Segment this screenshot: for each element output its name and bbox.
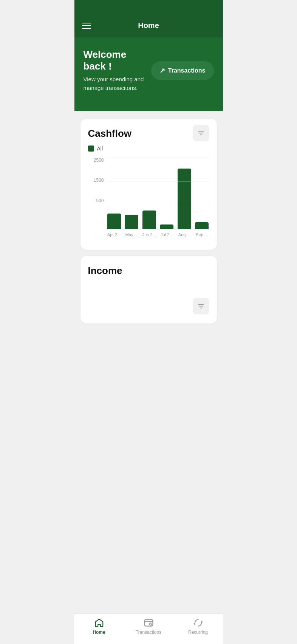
bar-sep bbox=[195, 222, 209, 229]
legend-dot bbox=[88, 146, 94, 152]
x-label-jul: Jul 2... bbox=[159, 232, 174, 241]
status-bar bbox=[74, 0, 223, 17]
bar-jun bbox=[142, 211, 157, 229]
welcome-subtitle: View your spending and manage transacito… bbox=[84, 75, 145, 92]
y-label-2500: 2500 bbox=[94, 158, 104, 163]
x-label-may: May ... bbox=[124, 232, 139, 241]
bar-apr bbox=[107, 214, 122, 229]
cashflow-filter-button[interactable] bbox=[193, 125, 209, 141]
x-label-sep: Sep ... bbox=[195, 232, 209, 241]
income-filter-button[interactable] bbox=[193, 298, 209, 314]
transactions-hero-button[interactable]: ↗ Transactions bbox=[151, 61, 214, 80]
header-title: Home bbox=[138, 21, 159, 30]
header: Home bbox=[74, 17, 223, 37]
x-label-apr: Apr 2... bbox=[107, 232, 122, 241]
hero-section: Welcome back ! View your spending and ma… bbox=[74, 37, 223, 111]
y-label-1500: 1500 bbox=[94, 178, 104, 183]
y-label-500: 500 bbox=[96, 198, 104, 203]
legend-label: All bbox=[97, 146, 103, 152]
cashflow-title: Cashflow bbox=[88, 128, 209, 139]
hamburger-menu-icon[interactable] bbox=[82, 23, 91, 29]
bar-chart: 2500 1500 500 bbox=[88, 158, 209, 241]
cashflow-card: Cashflow All 2500 1500 500 bbox=[80, 119, 217, 250]
x-label-aug: Aug ... bbox=[177, 232, 192, 241]
bar-aug bbox=[177, 169, 192, 229]
chart-legend: All bbox=[88, 146, 209, 152]
income-filter-icon bbox=[197, 302, 205, 310]
hero-text: Welcome back ! View your spending and ma… bbox=[84, 49, 145, 92]
filter-icon bbox=[197, 129, 205, 137]
income-card: Income bbox=[80, 256, 217, 324]
bars-container bbox=[107, 158, 209, 229]
bar-may bbox=[124, 215, 139, 229]
main-content: Cashflow All 2500 1500 500 bbox=[74, 111, 223, 364]
welcome-title: Welcome back ! bbox=[84, 49, 145, 72]
income-title: Income bbox=[88, 265, 209, 277]
arrow-up-right-icon: ↗ bbox=[159, 67, 165, 75]
x-label-jun: Jun 2... bbox=[142, 232, 157, 241]
bar-jul bbox=[159, 224, 174, 229]
